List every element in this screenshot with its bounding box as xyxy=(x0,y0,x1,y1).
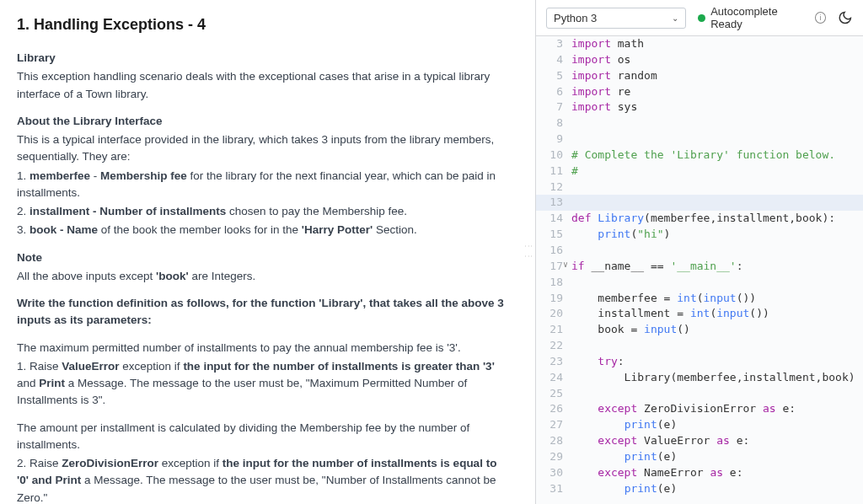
section-library-head: Library xyxy=(17,50,506,67)
code-line[interactable]: 8 xyxy=(536,115,863,131)
code-editor[interactable]: 3import math4import os5import random6imp… xyxy=(536,36,863,504)
section-library-text: This exception handling scenario deals w… xyxy=(17,68,506,103)
code-content[interactable] xyxy=(571,180,863,196)
code-content[interactable]: installment = int(input()) xyxy=(571,306,863,322)
line-number: 11 xyxy=(536,164,571,180)
line-number: 20 xyxy=(536,306,571,322)
input-item-3: 3. book - Name of the book the member lo… xyxy=(17,222,506,239)
line-number: 13 xyxy=(536,195,571,211)
line-number: 28 xyxy=(536,433,571,449)
line-number: 19 xyxy=(536,291,571,307)
code-content[interactable]: # Complete the 'Library' function below. xyxy=(571,147,863,164)
line-number: 26 xyxy=(536,401,571,417)
language-label: Python 3 xyxy=(554,12,597,24)
max-installments-text: The maximum permitted number of installm… xyxy=(17,340,506,357)
line-number: 31 xyxy=(536,481,571,497)
code-line[interactable]: 25 xyxy=(536,386,863,402)
note-head: Note xyxy=(17,249,506,266)
code-content[interactable]: memberfee = int(input()) xyxy=(571,291,863,307)
code-content[interactable]: print(e) xyxy=(571,481,863,497)
code-line[interactable]: 18 xyxy=(536,275,863,291)
code-content[interactable] xyxy=(571,386,863,402)
code-content[interactable] xyxy=(571,275,863,291)
line-number: 7 xyxy=(536,99,571,115)
code-line[interactable]: 27 print(e) xyxy=(536,417,863,433)
code-content[interactable]: except NameError as e: xyxy=(571,465,863,481)
code-content[interactable]: ∨ if __name__ == '__main__': xyxy=(571,259,863,275)
language-select[interactable]: Python 3 ⌄ xyxy=(546,8,686,29)
code-content[interactable]: def Library(memberfee,installment,book): xyxy=(571,211,863,227)
code-line[interactable]: 5import random xyxy=(536,68,863,84)
code-content[interactable] xyxy=(571,338,863,354)
code-content[interactable]: except ValueError as e: xyxy=(571,433,863,449)
line-number: 6 xyxy=(536,84,571,100)
code-line[interactable]: 31 print(e) xyxy=(536,481,863,497)
info-icon[interactable]: i xyxy=(815,12,827,24)
code-content[interactable]: print(e) xyxy=(571,417,863,433)
code-line[interactable]: 22 xyxy=(536,338,863,354)
code-line[interactable]: 30 except NameError as e: xyxy=(536,465,863,481)
code-line[interactable]: 10# Complete the 'Library' function belo… xyxy=(536,147,863,164)
code-line[interactable]: 11# xyxy=(536,164,863,180)
line-number: 16 xyxy=(536,243,571,259)
code-line[interactable]: 29 print(e) xyxy=(536,449,863,465)
editor-toolbar: Python 3 ⌄ Autocomplete Ready i xyxy=(536,0,863,36)
fold-icon[interactable]: ∨ xyxy=(563,259,573,271)
code-content[interactable]: print(e) xyxy=(571,449,863,465)
code-content[interactable]: import sys xyxy=(571,99,863,115)
rule-valueerror: 1. Raise ValueError exception if the inp… xyxy=(17,358,506,410)
code-line[interactable]: 17∨ if __name__ == '__main__': xyxy=(536,259,863,275)
line-number: 23 xyxy=(536,354,571,370)
line-number: 12 xyxy=(536,180,571,196)
code-line[interactable]: 26 except ZeroDivisionError as e: xyxy=(536,401,863,417)
code-content[interactable] xyxy=(571,243,863,259)
section-interface-head: About the Library Interface xyxy=(17,113,506,130)
rule-zerodivision: 2. Raise ZeroDivisionError exception if … xyxy=(17,455,506,504)
resize-handle[interactable]: ⋮⋮ xyxy=(523,242,535,262)
code-content[interactable]: import os xyxy=(571,52,863,68)
line-number: 30 xyxy=(536,465,571,481)
code-line[interactable]: 23 try: xyxy=(536,354,863,370)
code-line[interactable]: 28 except ValueError as e: xyxy=(536,433,863,449)
line-number: 8 xyxy=(536,115,571,131)
task-instruction: Write the function definition as follows… xyxy=(17,295,506,330)
code-line[interactable]: 6import re xyxy=(536,84,863,100)
line-number: 24 xyxy=(536,370,571,386)
code-line[interactable]: 3import math xyxy=(536,36,863,52)
code-content[interactable]: import re xyxy=(571,84,863,100)
code-line[interactable]: 15 print("hi") xyxy=(536,227,863,243)
line-number: 14 xyxy=(536,211,571,227)
code-content[interactable]: Library(memberfee,installment,book) xyxy=(571,370,863,386)
code-content[interactable]: try: xyxy=(571,354,863,370)
note-text: All the above inputs except 'book' are I… xyxy=(17,268,506,285)
input-item-2: 2. installment - Number of installments … xyxy=(17,203,506,220)
code-line[interactable]: 16 xyxy=(536,243,863,259)
code-line[interactable]: 21 book = input() xyxy=(536,322,863,338)
code-content[interactable]: book = input() xyxy=(571,322,863,338)
theme-toggle-icon[interactable] xyxy=(838,10,853,25)
line-number: 9 xyxy=(536,131,571,147)
code-content[interactable]: # xyxy=(571,164,863,180)
code-content[interactable] xyxy=(571,131,863,147)
code-line[interactable]: 20 installment = int(input()) xyxy=(536,306,863,322)
code-line[interactable]: 19 memberfee = int(input()) xyxy=(536,291,863,307)
code-line[interactable]: 9 xyxy=(536,131,863,147)
autocomplete-status: Autocomplete Ready i xyxy=(698,5,826,30)
amount-calc-text: The amount per installment is calculated… xyxy=(17,420,506,454)
line-number: 15 xyxy=(536,227,571,243)
code-content[interactable]: print("hi") xyxy=(571,227,863,243)
code-line[interactable]: 4import os xyxy=(536,52,863,68)
line-number: 18 xyxy=(536,275,571,291)
code-line[interactable]: 14def Library(memberfee,installment,book… xyxy=(536,211,863,227)
code-line[interactable]: 24 Library(memberfee,installment,book) xyxy=(536,370,863,386)
line-number: 25 xyxy=(536,386,571,402)
code-content[interactable] xyxy=(571,115,863,131)
code-line[interactable]: 7import sys xyxy=(536,99,863,115)
code-content[interactable]: import math xyxy=(571,36,863,52)
code-line[interactable]: 12 xyxy=(536,180,863,196)
code-content[interactable]: except ZeroDivisionError as e: xyxy=(571,401,863,417)
code-content[interactable]: import random xyxy=(571,68,863,84)
autocomplete-label: Autocomplete Ready xyxy=(710,5,810,30)
line-number: 5 xyxy=(536,68,571,84)
code-line[interactable]: 13 xyxy=(536,195,863,211)
